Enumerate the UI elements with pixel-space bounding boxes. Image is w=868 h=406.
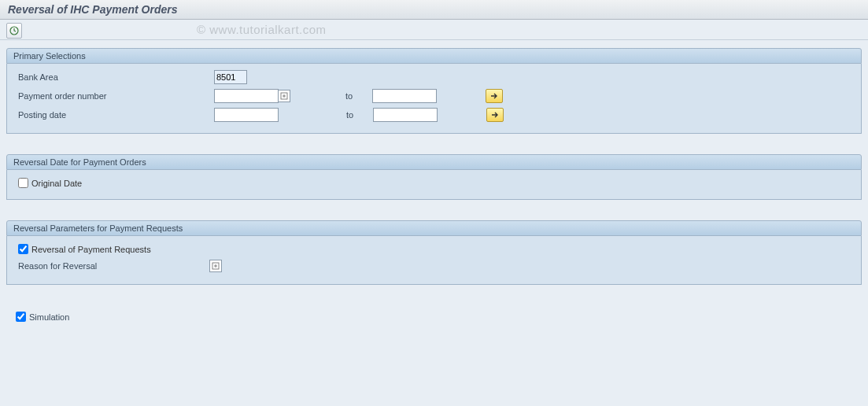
execute-button[interactable]	[6, 23, 22, 39]
simulation-row: Simulation	[6, 305, 862, 328]
payment-order-label: Payment order number	[13, 91, 214, 101]
search-help-icon	[280, 92, 288, 100]
payment-order-range-button[interactable]	[486, 89, 503, 103]
group-reversal-date: Reversal Date for Payment Orders Origina…	[6, 154, 862, 200]
simulation-checkbox[interactable]	[16, 312, 26, 322]
posting-date-to-label: to	[346, 110, 370, 120]
original-date-checkbox[interactable]	[18, 178, 28, 188]
toolbar: © www.tutorialkart.com	[0, 20, 868, 40]
page-title: Reversal of IHC Payment Orders	[0, 0, 868, 20]
reversal-requests-label: Reversal of Payment Requests	[31, 245, 151, 254]
posting-date-to-input[interactable]	[373, 108, 438, 122]
arrow-right-icon	[489, 92, 499, 100]
group-reversal-params: Reversal Parameters for Payment Requests…	[6, 220, 862, 285]
payment-order-from-input[interactable]	[214, 89, 279, 103]
reason-reversal-search-help[interactable]	[209, 260, 222, 272]
reversal-requests-checkbox[interactable]	[18, 244, 28, 254]
payment-order-to-label: to	[345, 91, 369, 101]
search-help-icon	[212, 262, 220, 270]
group-header-reversal-params: Reversal Parameters for Payment Requests	[6, 220, 862, 236]
bank-area-label: Bank Area	[13, 72, 214, 82]
group-header-primary: Primary Selections	[6, 48, 862, 64]
group-body-reversal-date: Original Date	[6, 170, 862, 200]
posting-date-label: Posting date	[13, 110, 214, 120]
payment-order-search-help[interactable]	[278, 90, 290, 102]
clock-execute-icon	[9, 26, 19, 35]
arrow-right-icon	[490, 111, 500, 119]
simulation-label: Simulation	[29, 312, 69, 322]
watermark-text: © www.tutorialkart.com	[197, 23, 327, 36]
reason-reversal-label: Reason for Reversal	[13, 261, 209, 271]
group-body-primary: Bank Area Payment order number to	[6, 64, 862, 134]
group-body-reversal-params: Reversal of Payment Requests Reason for …	[6, 236, 862, 285]
posting-date-range-button[interactable]	[486, 108, 504, 122]
payment-order-to-input[interactable]	[372, 89, 437, 103]
group-header-reversal-date: Reversal Date for Payment Orders	[6, 154, 862, 170]
group-primary-selections: Primary Selections Bank Area Payment ord…	[6, 48, 862, 134]
original-date-label: Original Date	[31, 179, 82, 188]
posting-date-from-input[interactable]	[214, 108, 279, 122]
bank-area-input[interactable]	[214, 70, 247, 84]
content-area: Primary Selections Bank Area Payment ord…	[0, 40, 868, 336]
